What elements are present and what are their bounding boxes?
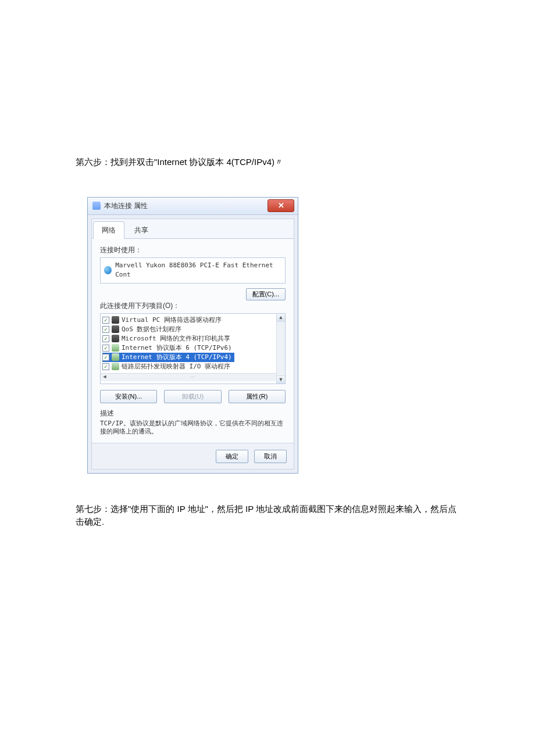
component-icon	[112, 344, 119, 352]
items-label: 此连接使用下列项目(O)：	[100, 300, 286, 311]
list-item-label: Internet 协议版本 6 (TCP/IPv6)	[122, 343, 232, 353]
checkbox[interactable]: ✓	[102, 335, 109, 342]
component-icon	[112, 335, 119, 342]
list-item[interactable]: ✓QoS 数据包计划程序	[102, 325, 274, 334]
list-item-label: 链路层拓扑发现映射器 I/O 驱动程序	[122, 362, 230, 371]
checkbox[interactable]: ✓	[102, 345, 109, 352]
list-item[interactable]: ✓链路层拓扑发现映射器 I/O 驱动程序	[102, 362, 274, 371]
list-item-label: Virtual PC 网络筛选器驱动程序	[122, 316, 222, 325]
step6-text: 第六步：找到并双击"Internet 协议版本 4(TCP/IPv4)〃	[76, 156, 459, 169]
component-icon	[112, 316, 119, 324]
properties-button[interactable]: 属性(R)	[229, 390, 286, 403]
description-label: 描述	[100, 408, 286, 418]
scroll-down-arrow-icon[interactable]: ▼	[277, 375, 285, 384]
component-icon	[112, 363, 119, 370]
component-icon	[112, 353, 119, 361]
configure-button[interactable]: 配置(C)...	[246, 288, 286, 300]
horizontal-scrollbar[interactable]: ◄ ··· ►	[101, 373, 285, 381]
list-item[interactable]: ✓Virtual PC 网络筛选器驱动程序	[102, 316, 274, 325]
cancel-button[interactable]: 取消	[254, 450, 287, 463]
adapter-name: Marvell Yukon 88E8036 PCI-E Fast Etherne…	[115, 261, 281, 280]
checkbox[interactable]: ✓	[102, 317, 109, 324]
uninstall-button[interactable]: 卸载(U)	[164, 390, 221, 403]
install-button[interactable]: 安装(N)...	[100, 390, 157, 403]
vertical-scrollbar[interactable]: ▲ ▼	[276, 314, 285, 384]
tab-network[interactable]: 网络	[93, 221, 124, 239]
network-adapter-icon	[104, 266, 112, 274]
properties-dialog: 本地连接 属性 ✕ 网络 共享 连接时使用： Marvell Yukon 88E…	[87, 197, 298, 474]
ok-button[interactable]: 确定	[216, 450, 248, 463]
list-item[interactable]: ✓Internet 协议版本 6 (TCP/IPv6)	[102, 343, 274, 353]
checkbox[interactable]: ✓	[102, 363, 109, 370]
items-listbox[interactable]: ✓Virtual PC 网络筛选器驱动程序✓QoS 数据包计划程序✓Micros…	[100, 313, 286, 384]
tab-share[interactable]: 共享	[126, 221, 157, 239]
adapter-field: Marvell Yukon 88E8036 PCI-E Fast Etherne…	[100, 257, 286, 284]
list-item-label: Microsoft 网络的文件和打印机共享	[122, 334, 230, 343]
close-button[interactable]: ✕	[268, 199, 294, 212]
component-icon	[112, 325, 119, 333]
list-item[interactable]: ✓Internet 协议版本 4 (TCP/IPv4)	[102, 353, 234, 362]
list-item[interactable]: ✓Microsoft 网络的文件和打印机共享	[102, 334, 274, 343]
step7-text: 第七步：选择"使用下面的 IP 地址"，然后把 IP 地址改成前面截图下来的信息…	[76, 503, 459, 529]
checkbox[interactable]: ✓	[102, 326, 109, 333]
description-text: TCP/IP。该协议是默认的广域网络协议，它提供在不同的相互连接的网络上的通讯。	[100, 420, 286, 436]
app-icon	[92, 202, 101, 210]
scroll-up-arrow-icon[interactable]: ▲	[277, 314, 285, 322]
tab-bar: 网络 共享	[92, 219, 294, 239]
scroll-left-arrow-icon[interactable]: ◄	[101, 373, 109, 381]
list-item-label: Internet 协议版本 4 (TCP/IPv4)	[122, 353, 232, 362]
title-bar[interactable]: 本地连接 属性 ✕	[88, 198, 298, 215]
list-item-label: QoS 数据包计划程序	[122, 325, 182, 334]
dialog-title: 本地连接 属性	[104, 200, 148, 211]
checkbox[interactable]: ✓	[102, 354, 109, 361]
connect-using-label: 连接时使用：	[100, 245, 286, 255]
